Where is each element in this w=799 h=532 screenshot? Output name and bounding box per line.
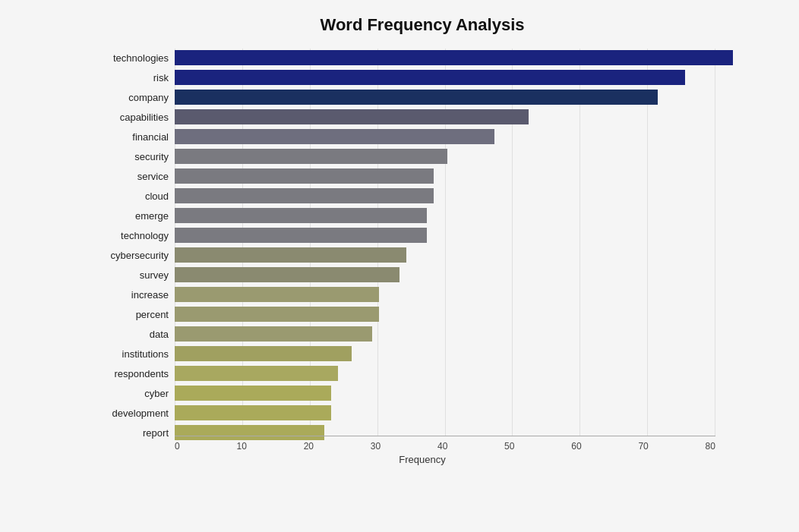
bar-row: emerge — [91, 206, 753, 225]
bar-track — [175, 168, 753, 184]
bar-fill — [175, 208, 427, 223]
bar-fill — [175, 425, 324, 440]
x-axis-line — [175, 436, 715, 436]
x-tick-label: 80 — [706, 441, 715, 452]
bar-track — [175, 129, 753, 144]
bar-row: technologies — [91, 49, 753, 67]
bar-track — [175, 326, 753, 342]
bar-row: financial — [91, 127, 753, 146]
x-tick-label: 60 — [571, 441, 581, 452]
bar-row: cloud — [91, 187, 753, 205]
bar-fill — [175, 267, 400, 282]
bar-row: technology — [91, 226, 753, 244]
bar-track — [175, 208, 753, 223]
bar-fill — [175, 326, 372, 342]
bar-fill — [175, 90, 658, 105]
bar-label: capabilities — [91, 112, 175, 123]
bar-label: development — [91, 408, 175, 419]
bar-row: cyber — [91, 384, 753, 402]
bar-row: cybersecurity — [91, 246, 753, 264]
chart-title: Word Frequency Analysis — [91, 15, 753, 35]
bar-track — [175, 405, 753, 420]
bar-row: survey — [91, 266, 753, 284]
chart-container: Word Frequency Analysis technologiesrisk… — [0, 0, 799, 532]
bar-track — [175, 90, 753, 105]
bar-row: capabilities — [91, 108, 753, 126]
x-tick-label: 10 — [236, 441, 246, 452]
bar-row: development — [91, 404, 753, 422]
bar-label: financial — [91, 131, 175, 143]
bar-fill — [175, 129, 494, 144]
bar-fill — [175, 109, 529, 124]
bar-fill — [175, 168, 434, 184]
x-tick-label: 0 — [175, 441, 180, 452]
bar-label: emerge — [91, 210, 175, 222]
bar-row: data — [91, 325, 753, 343]
bar-fill — [175, 149, 447, 164]
bar-row: service — [91, 167, 753, 185]
x-axis-ticks: 01020304050607080 — [175, 441, 715, 452]
bar-track — [175, 346, 753, 361]
bar-label: respondents — [91, 368, 175, 379]
bar-fill — [175, 346, 352, 361]
bar-label: cloud — [91, 190, 175, 202]
bar-row: increase — [91, 285, 753, 304]
x-tick-label: 30 — [371, 441, 381, 452]
bar-track — [175, 386, 753, 401]
bar-label: data — [91, 329, 175, 340]
bar-row: company — [91, 88, 753, 106]
bar-label: report — [91, 427, 175, 439]
bar-label: institutions — [91, 348, 175, 360]
bar-track — [175, 228, 753, 243]
bar-track — [175, 307, 753, 322]
bar-label: risk — [91, 72, 175, 83]
bar-label: technologies — [91, 52, 175, 64]
bar-label: survey — [91, 269, 175, 281]
bar-fill — [175, 188, 434, 203]
bar-row: risk — [91, 68, 753, 87]
bar-label: percent — [91, 309, 175, 320]
bar-label: security — [91, 151, 175, 162]
bar-track — [175, 70, 753, 85]
x-tick-label: 70 — [638, 441, 648, 452]
bar-track — [175, 247, 753, 263]
bar-fill — [175, 70, 685, 85]
bar-fill — [175, 247, 406, 263]
x-tick-label: 50 — [504, 441, 514, 452]
bar-label: increase — [91, 289, 175, 301]
bar-track — [175, 50, 753, 65]
bar-fill — [175, 287, 379, 302]
bar-fill — [175, 228, 427, 243]
bar-track — [175, 287, 753, 302]
x-tick-label: 20 — [304, 441, 314, 452]
bar-row: report — [91, 423, 753, 442]
bar-fill — [175, 366, 338, 381]
bar-fill — [175, 307, 379, 322]
bar-row: percent — [91, 305, 753, 323]
bar-label: service — [91, 171, 175, 182]
bar-fill — [175, 405, 331, 420]
bar-track — [175, 109, 753, 124]
x-tick-label: 40 — [437, 441, 447, 452]
x-axis-title: Frequency — [91, 454, 753, 465]
bar-row: institutions — [91, 345, 753, 363]
bar-label: company — [91, 92, 175, 103]
bar-track — [175, 267, 753, 282]
bar-track — [175, 366, 753, 381]
bar-fill — [175, 386, 331, 401]
bar-track — [175, 188, 753, 203]
bar-row: security — [91, 147, 753, 165]
bar-track — [175, 425, 753, 440]
bar-label: technology — [91, 230, 175, 241]
bars-container: technologiesriskcompanycapabilitiesfinan… — [91, 49, 753, 442]
bar-track — [175, 149, 753, 164]
bar-label: cybersecurity — [91, 250, 175, 261]
bar-fill — [175, 50, 733, 65]
bar-row: respondents — [91, 364, 753, 382]
bar-label: cyber — [91, 388, 175, 399]
